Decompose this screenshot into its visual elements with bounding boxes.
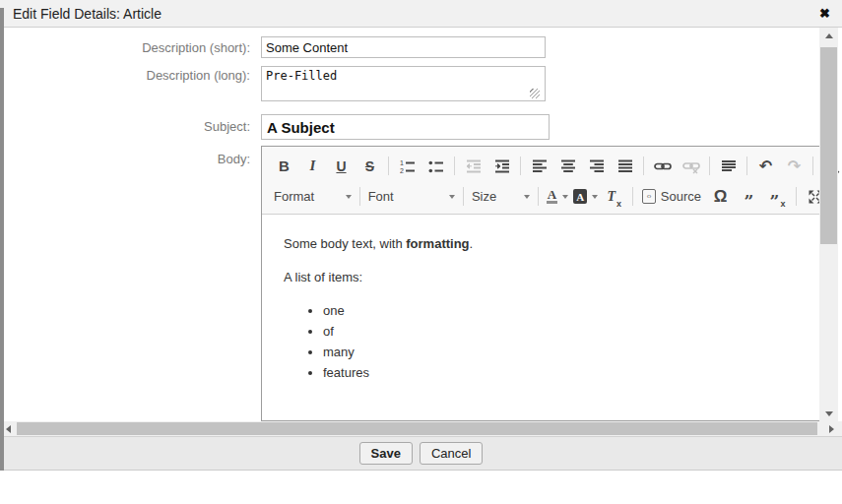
- toolbar-separator: [520, 157, 521, 175]
- italic-button[interactable]: I: [298, 155, 327, 178]
- decrease-indent-button[interactable]: [459, 155, 487, 178]
- quotation-button[interactable]: ”: [735, 185, 763, 209]
- special-character-button[interactable]: Ω: [706, 185, 735, 209]
- horizontal-scrollbar[interactable]: [0, 421, 842, 436]
- desc-long-label: Description (long):: [0, 68, 250, 83]
- remove-quotation-x: x: [780, 199, 785, 209]
- remove-quotation-button[interactable]: ” x: [763, 185, 792, 209]
- vertical-scrollbar-thumb[interactable]: [820, 47, 837, 244]
- strikethrough-button[interactable]: S: [356, 155, 384, 178]
- horizontal-rule-icon: [721, 158, 737, 174]
- strikethrough-icon: S: [365, 158, 374, 174]
- dialog-header: Edit Field Details: Article ✖: [0, 0, 842, 28]
- body-paragraph: Some body text, with formatting.: [284, 236, 817, 251]
- format-combo[interactable]: Format: [270, 185, 356, 209]
- arrow-left-icon: [6, 425, 11, 433]
- list-item: of: [323, 324, 817, 339]
- justify-icon: [617, 158, 633, 174]
- arrow-up-icon: [825, 33, 833, 38]
- remove-format-button[interactable]: T x: [600, 185, 628, 209]
- desc-short-input[interactable]: [261, 36, 546, 58]
- align-center-button[interactable]: [553, 155, 582, 178]
- align-right-button[interactable]: [582, 155, 611, 178]
- align-left-button[interactable]: [525, 155, 553, 178]
- link-icon: [654, 158, 672, 174]
- chevron-down-icon: [592, 195, 598, 199]
- bulleted-list-button[interactable]: [421, 155, 450, 178]
- undo-button[interactable]: ↶: [751, 155, 780, 178]
- desc-short-label: Description (short):: [0, 40, 250, 55]
- underline-icon: U: [336, 158, 346, 174]
- body-text: .: [470, 236, 474, 251]
- horizontal-rule-button[interactable]: [714, 155, 743, 178]
- unlink-icon: [682, 158, 700, 174]
- subject-input[interactable]: [261, 114, 550, 140]
- remove-format-x: x: [616, 199, 621, 209]
- source-button[interactable]: ‹› Source: [637, 185, 706, 209]
- body-paragraph: A list of items:: [284, 270, 817, 284]
- size-combo-label: Size: [472, 189, 496, 204]
- align-right-icon: [589, 158, 605, 174]
- toolbar-separator: [643, 157, 644, 175]
- horizontal-scrollbar-thumb[interactable]: [17, 422, 817, 435]
- toolbar-separator: [463, 187, 464, 206]
- text-color-button[interactable]: A: [543, 185, 571, 209]
- scroll-up-button[interactable]: [819, 28, 838, 43]
- vertical-scrollbar[interactable]: [819, 28, 838, 421]
- align-left-icon: [532, 158, 548, 174]
- toolbar-separator: [709, 157, 710, 175]
- unlink-button[interactable]: [677, 155, 705, 178]
- quotation-icon: ”: [770, 188, 780, 206]
- editor-content-area[interactable]: Some body text, with formatting. A list …: [262, 215, 835, 404]
- font-combo-label: Font: [368, 189, 394, 204]
- increase-indent-button[interactable]: [487, 155, 516, 178]
- background-color-button[interactable]: A: [571, 185, 600, 209]
- toolbar-row-1: B I U S 1 2: [270, 151, 829, 181]
- numbered-list-button[interactable]: 1 2: [393, 155, 421, 178]
- source-button-label: Source: [661, 189, 701, 204]
- close-icon[interactable]: ✖: [819, 6, 830, 21]
- toolbar-separator: [359, 187, 360, 206]
- link-button[interactable]: [648, 155, 677, 178]
- desc-long-textarea[interactable]: Pre-Filled: [261, 66, 546, 101]
- svg-text:1: 1: [400, 159, 404, 166]
- underline-button[interactable]: U: [327, 155, 356, 178]
- toolbar-separator: [632, 187, 633, 206]
- body-bold-text: formatting: [406, 236, 469, 251]
- undo-icon: ↶: [759, 158, 772, 174]
- save-button[interactable]: Save: [359, 442, 413, 465]
- chevron-down-icon: [524, 195, 530, 199]
- list-item: features: [323, 365, 817, 380]
- toolbar-separator: [388, 157, 389, 175]
- justify-button[interactable]: [611, 155, 639, 178]
- toolbar-separator: [746, 157, 747, 175]
- scroll-down-button[interactable]: [819, 406, 838, 421]
- text-color-icon: A: [547, 189, 557, 204]
- chevron-down-icon: [562, 195, 568, 199]
- redo-icon: ↷: [788, 158, 801, 174]
- toolbar-separator: [796, 187, 797, 206]
- body-label: Body:: [0, 152, 250, 166]
- background-color-icon: A: [573, 189, 587, 204]
- numbered-list-icon: 1 2: [400, 158, 416, 174]
- body-bullet-list: one of many features: [301, 303, 817, 380]
- chevron-down-icon: [346, 195, 352, 199]
- font-combo[interactable]: Font: [364, 185, 459, 209]
- dialog-body: Description (short): Description (long):…: [0, 28, 842, 421]
- bold-button[interactable]: B: [270, 155, 298, 178]
- size-combo[interactable]: Size: [468, 185, 534, 209]
- remove-format-icon: T: [608, 189, 616, 205]
- quotation-icon: ”: [745, 188, 754, 206]
- scroll-right-button[interactable]: [823, 421, 839, 436]
- list-item: many: [323, 345, 817, 359]
- body-text: Some body text, with: [284, 236, 406, 251]
- align-center-icon: [560, 158, 576, 174]
- cancel-button[interactable]: Cancel: [420, 442, 483, 465]
- format-combo-label: Format: [274, 189, 314, 204]
- arrow-right-icon: [829, 425, 834, 433]
- toolbar-separator: [454, 157, 455, 175]
- redo-button[interactable]: ↷: [780, 155, 809, 178]
- dialog-footer: Save Cancel: [0, 436, 842, 471]
- toolbar-separator: [812, 157, 813, 175]
- omega-icon: Ω: [714, 188, 728, 205]
